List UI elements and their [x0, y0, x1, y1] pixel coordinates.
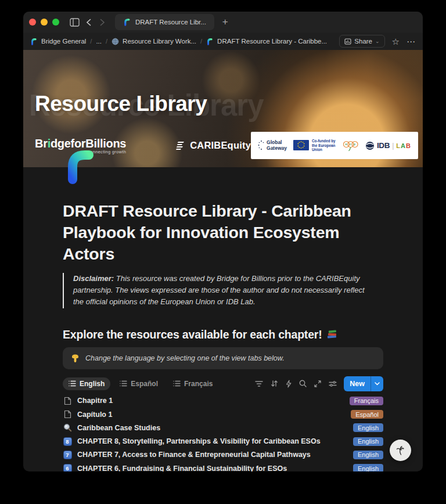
language-badge: English — [353, 423, 383, 432]
disclaimer-quote[interactable]: Disclaimer: This resource was created by… — [63, 273, 376, 308]
new-button[interactable]: New — [344, 376, 383, 391]
section-heading[interactable]: Explore the resources available for each… — [63, 328, 383, 341]
keycap-number-icon: 7 — [63, 451, 72, 459]
database-view-bar: English Español Français — [63, 376, 383, 391]
browser-tab[interactable]: DRAFT Resource Libr... — [115, 14, 214, 30]
breadcrumb-item-current-page[interactable]: DRAFT Resource Library - Caribbe... — [206, 38, 327, 45]
list-view-icon — [120, 380, 127, 387]
search-icon[interactable] — [299, 380, 307, 387]
row-title: CHAPTER 8, Storytelling, Partnerships & … — [77, 437, 321, 445]
row-title: CHAPTER 6, Fundraising & Financial Susta… — [77, 465, 287, 471]
table-row[interactable]: Chapitre 1 Français — [63, 394, 383, 408]
close-window-button[interactable] — [29, 19, 36, 26]
back-icon[interactable] — [81, 15, 95, 29]
view-tab-francais[interactable]: Français — [167, 377, 218, 390]
language-badge: English — [353, 437, 383, 446]
sort-icon[interactable] — [271, 380, 278, 387]
breadcrumb-item-workspace-page[interactable]: Resource Library Work... — [112, 38, 196, 45]
breadcrumb-separator: / — [200, 38, 202, 45]
row-title: Capítulo 1 — [77, 411, 112, 419]
disclaimer-label: Disclaimer: — [73, 274, 114, 283]
zoom-window-button[interactable] — [52, 19, 59, 26]
svg-text:c: c — [350, 143, 351, 146]
view-tab-espanol[interactable]: Español — [114, 377, 164, 390]
page-file-icon — [63, 397, 72, 405]
sidebar-toggle-icon[interactable] — [67, 15, 81, 29]
share-icon — [344, 38, 351, 45]
language-badge: Français — [350, 397, 383, 405]
automation-icon[interactable] — [286, 380, 292, 388]
new-tab-button[interactable]: + — [222, 16, 228, 28]
language-callout[interactable]: Change the language by selecting one of … — [63, 347, 383, 369]
breadcrumb-item-workspace[interactable]: Bridge General — [30, 38, 86, 45]
tab-title: DRAFT Resource Libr... — [135, 19, 206, 26]
settings-icon[interactable] — [329, 380, 337, 387]
table-row[interactable]: 7 CHAPTER 7, Access to Finance & Entrepr… — [63, 448, 383, 462]
chevron-down-icon: ⌄ — [375, 38, 380, 44]
share-button[interactable]: Share ⌄ — [339, 35, 384, 48]
pointing-down-emoji-icon — [71, 353, 80, 363]
assistant-floating-button[interactable] — [390, 440, 411, 461]
keycap-number-icon: 8 — [63, 437, 72, 446]
new-button-label: New — [344, 380, 371, 388]
traffic-lights — [29, 19, 59, 26]
keycap-number-icon: 6 — [63, 464, 72, 471]
disclaimer-text: This resource was created by Bridge for … — [73, 274, 365, 306]
language-badge: English — [353, 451, 383, 459]
new-button-chevron[interactable] — [371, 376, 383, 391]
table-row[interactable]: Caribbean Case Studies English — [63, 421, 383, 434]
window-tab-bar: DRAFT Resource Libr... + — [23, 12, 423, 33]
favorite-star-icon[interactable]: ☆ — [392, 37, 400, 46]
forward-icon[interactable] — [95, 15, 109, 29]
magnifier-emoji-icon — [63, 423, 72, 432]
breadcrumb: Bridge General / ... / Resource Library … — [30, 38, 327, 45]
page-icon-bridge-logo[interactable] — [63, 147, 100, 185]
expand-icon[interactable] — [314, 380, 321, 387]
view-tab-english[interactable]: English — [63, 377, 110, 390]
row-title: Caribbean Case Studies — [77, 424, 160, 432]
section-heading-text: Explore the resources available for each… — [63, 328, 322, 341]
notion-page-logo-icon — [123, 18, 131, 26]
breadcrumb-bar: Bridge General / ... / Resource Library … — [23, 33, 423, 50]
list-view-icon — [69, 380, 76, 387]
language-badge: Español — [351, 410, 383, 419]
page-file-icon — [63, 410, 72, 419]
bridge-logo-icon — [206, 38, 214, 45]
notion-app-window: DRAFT Resource Libr... + Bridge General … — [23, 12, 423, 471]
language-badge: English — [353, 464, 383, 471]
page-title[interactable]: DRAFT Resource Library - Caribbean Playb… — [63, 200, 379, 265]
table-row[interactable]: 6 CHAPTER 6, Fundraising & Financial Sus… — [63, 462, 383, 471]
more-options-icon[interactable]: ⋯ — [407, 37, 416, 46]
table-row[interactable]: 8 CHAPTER 8, Storytelling, Partnerships … — [63, 434, 383, 448]
cover-title-text: Resource Library — [35, 92, 207, 116]
bridge-logo-icon — [30, 38, 38, 45]
callout-text: Change the language by selecting one of … — [85, 354, 285, 362]
breadcrumb-separator: / — [90, 38, 92, 45]
row-title: CHAPTER 7, Access to Finance & Entrepren… — [77, 451, 311, 459]
table-row[interactable]: Capítulo 1 Español — [63, 408, 383, 421]
minimize-window-button[interactable] — [41, 19, 48, 26]
svg-text:p: p — [354, 143, 355, 146]
globe-icon — [112, 38, 119, 45]
breadcrumb-separator: / — [106, 38, 107, 45]
palm-tree-icon — [395, 445, 407, 456]
svg-text:a: a — [346, 143, 347, 146]
row-title: Chapitre 1 — [77, 397, 113, 405]
breadcrumb-item-ellipsis[interactable]: ... — [96, 38, 102, 45]
books-emoji-icon — [326, 329, 338, 340]
list-view-icon — [173, 380, 181, 387]
database-rows: Chapitre 1 Français Capítulo 1 Español C… — [63, 394, 383, 471]
filter-icon[interactable] — [255, 380, 263, 387]
